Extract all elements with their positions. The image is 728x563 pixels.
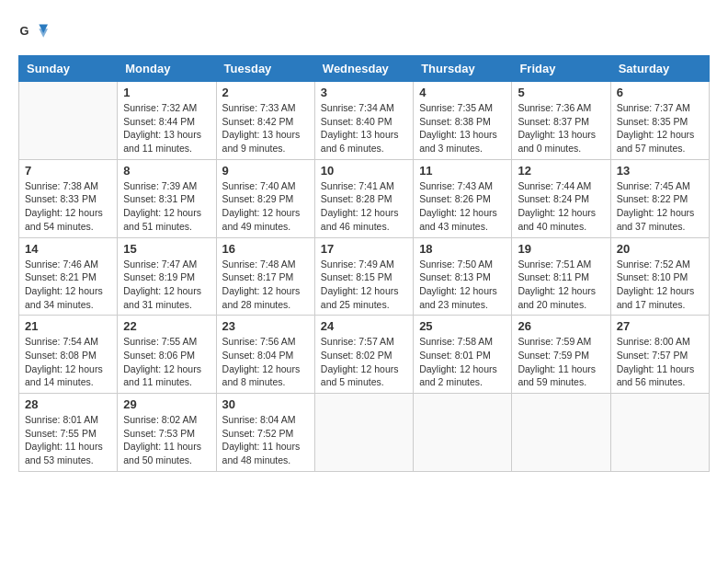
day-info: Sunrise: 7:46 AM Sunset: 8:21 PM Dayligh… xyxy=(25,258,111,312)
calendar-cell: 16Sunrise: 7:48 AM Sunset: 8:17 PM Dayli… xyxy=(216,237,314,316)
calendar-week-row: 14Sunrise: 7:46 AM Sunset: 8:21 PM Dayli… xyxy=(19,237,710,316)
day-number: 16 xyxy=(222,242,309,256)
calendar-cell: 23Sunrise: 7:56 AM Sunset: 8:04 PM Dayli… xyxy=(216,316,314,394)
calendar-week-row: 21Sunrise: 7:54 AM Sunset: 8:08 PM Dayli… xyxy=(19,316,710,394)
weekday-header-wednesday: Wednesday xyxy=(314,56,413,82)
day-info: Sunrise: 7:39 AM Sunset: 8:31 PM Dayligh… xyxy=(123,179,210,234)
day-number: 5 xyxy=(518,86,604,99)
day-number: 17 xyxy=(321,242,407,256)
day-info: Sunrise: 7:32 AM Sunset: 8:44 PM Dayligh… xyxy=(123,101,210,155)
day-info: Sunrise: 7:36 AM Sunset: 8:37 PM Dayligh… xyxy=(518,101,604,155)
day-number: 2 xyxy=(222,86,309,99)
day-info: Sunrise: 7:48 AM Sunset: 8:17 PM Dayligh… xyxy=(222,258,309,312)
calendar-week-row: 1Sunrise: 7:32 AM Sunset: 8:44 PM Daylig… xyxy=(19,82,710,160)
day-info: Sunrise: 7:49 AM Sunset: 8:15 PM Dayligh… xyxy=(321,258,407,312)
day-info: Sunrise: 7:55 AM Sunset: 8:06 PM Dayligh… xyxy=(123,335,210,389)
calendar-cell: 11Sunrise: 7:43 AM Sunset: 8:26 PM Dayli… xyxy=(414,159,512,237)
day-number: 8 xyxy=(123,164,210,178)
calendar-cell xyxy=(414,394,512,472)
calendar-week-row: 7Sunrise: 7:38 AM Sunset: 8:33 PM Daylig… xyxy=(19,159,710,237)
day-number: 26 xyxy=(518,319,604,333)
calendar-cell: 19Sunrise: 7:51 AM Sunset: 8:11 PM Dayli… xyxy=(512,237,610,316)
day-number: 9 xyxy=(222,164,309,178)
day-info: Sunrise: 7:38 AM Sunset: 8:33 PM Dayligh… xyxy=(25,179,111,234)
calendar-cell xyxy=(610,394,709,472)
weekday-header-monday: Monday xyxy=(118,56,216,82)
day-info: Sunrise: 7:41 AM Sunset: 8:28 PM Dayligh… xyxy=(321,179,407,234)
day-info: Sunrise: 8:02 AM Sunset: 7:53 PM Dayligh… xyxy=(123,413,210,467)
svg-text:G: G xyxy=(20,24,29,38)
day-number: 11 xyxy=(419,164,506,178)
day-info: Sunrise: 8:01 AM Sunset: 7:55 PM Dayligh… xyxy=(25,413,111,467)
day-number: 22 xyxy=(123,319,210,333)
day-number: 12 xyxy=(518,164,604,178)
day-number: 14 xyxy=(25,242,111,256)
day-info: Sunrise: 7:40 AM Sunset: 8:29 PM Dayligh… xyxy=(222,179,309,234)
calendar-cell: 3Sunrise: 7:34 AM Sunset: 8:40 PM Daylig… xyxy=(314,82,413,160)
calendar-week-row: 28Sunrise: 8:01 AM Sunset: 7:55 PM Dayli… xyxy=(19,394,710,472)
logo-icon: G xyxy=(18,18,48,48)
weekday-header-saturday: Saturday xyxy=(610,56,709,82)
day-info: Sunrise: 7:54 AM Sunset: 8:08 PM Dayligh… xyxy=(25,335,111,389)
day-number: 28 xyxy=(25,397,111,411)
day-number: 7 xyxy=(25,164,111,178)
calendar-cell xyxy=(19,82,118,160)
day-number: 29 xyxy=(123,397,210,411)
day-info: Sunrise: 8:04 AM Sunset: 7:52 PM Dayligh… xyxy=(222,413,309,467)
calendar-cell: 28Sunrise: 8:01 AM Sunset: 7:55 PM Dayli… xyxy=(19,394,118,472)
day-number: 15 xyxy=(123,242,210,256)
day-info: Sunrise: 7:50 AM Sunset: 8:13 PM Dayligh… xyxy=(419,258,506,312)
weekday-header-row: SundayMondayTuesdayWednesdayThursdayFrid… xyxy=(19,56,710,82)
calendar-cell: 29Sunrise: 8:02 AM Sunset: 7:53 PM Dayli… xyxy=(118,394,216,472)
calendar-cell: 4Sunrise: 7:35 AM Sunset: 8:38 PM Daylig… xyxy=(414,82,512,160)
day-number: 3 xyxy=(321,86,407,99)
calendar-cell xyxy=(314,394,413,472)
day-info: Sunrise: 7:33 AM Sunset: 8:42 PM Dayligh… xyxy=(222,101,309,155)
calendar-cell: 15Sunrise: 7:47 AM Sunset: 8:19 PM Dayli… xyxy=(118,237,216,316)
calendar-cell: 10Sunrise: 7:41 AM Sunset: 8:28 PM Dayli… xyxy=(314,159,413,237)
calendar-cell: 27Sunrise: 8:00 AM Sunset: 7:57 PM Dayli… xyxy=(610,316,709,394)
weekday-header-sunday: Sunday xyxy=(19,56,118,82)
calendar-cell: 12Sunrise: 7:44 AM Sunset: 8:24 PM Dayli… xyxy=(512,159,610,237)
weekday-header-thursday: Thursday xyxy=(414,56,512,82)
calendar-cell: 25Sunrise: 7:58 AM Sunset: 8:01 PM Dayli… xyxy=(414,316,512,394)
day-info: Sunrise: 7:56 AM Sunset: 8:04 PM Dayligh… xyxy=(222,335,309,389)
day-number: 1 xyxy=(123,86,210,99)
calendar-cell: 8Sunrise: 7:39 AM Sunset: 8:31 PM Daylig… xyxy=(118,159,216,237)
day-number: 18 xyxy=(419,242,506,256)
day-info: Sunrise: 7:51 AM Sunset: 8:11 PM Dayligh… xyxy=(518,258,604,312)
calendar-cell: 5Sunrise: 7:36 AM Sunset: 8:37 PM Daylig… xyxy=(512,82,610,160)
calendar-cell: 17Sunrise: 7:49 AM Sunset: 8:15 PM Dayli… xyxy=(314,237,413,316)
day-number: 20 xyxy=(617,242,703,256)
day-info: Sunrise: 7:57 AM Sunset: 8:02 PM Dayligh… xyxy=(321,335,407,389)
calendar-table: SundayMondayTuesdayWednesdayThursdayFrid… xyxy=(18,55,710,472)
weekday-header-friday: Friday xyxy=(512,56,610,82)
weekday-header-tuesday: Tuesday xyxy=(216,56,314,82)
day-info: Sunrise: 7:45 AM Sunset: 8:22 PM Dayligh… xyxy=(617,179,703,234)
calendar-cell: 24Sunrise: 7:57 AM Sunset: 8:02 PM Dayli… xyxy=(314,316,413,394)
day-info: Sunrise: 7:44 AM Sunset: 8:24 PM Dayligh… xyxy=(518,179,604,234)
day-number: 6 xyxy=(617,86,703,99)
calendar-cell: 26Sunrise: 7:59 AM Sunset: 7:59 PM Dayli… xyxy=(512,316,610,394)
calendar-cell xyxy=(512,394,610,472)
day-info: Sunrise: 8:00 AM Sunset: 7:57 PM Dayligh… xyxy=(617,335,703,389)
svg-marker-2 xyxy=(39,29,48,38)
day-info: Sunrise: 7:52 AM Sunset: 8:10 PM Dayligh… xyxy=(617,258,703,312)
day-number: 30 xyxy=(222,397,309,411)
calendar-cell: 13Sunrise: 7:45 AM Sunset: 8:22 PM Dayli… xyxy=(610,159,709,237)
calendar-cell: 22Sunrise: 7:55 AM Sunset: 8:06 PM Dayli… xyxy=(118,316,216,394)
day-info: Sunrise: 7:35 AM Sunset: 8:38 PM Dayligh… xyxy=(419,101,506,155)
calendar-cell: 20Sunrise: 7:52 AM Sunset: 8:10 PM Dayli… xyxy=(610,237,709,316)
calendar-cell: 9Sunrise: 7:40 AM Sunset: 8:29 PM Daylig… xyxy=(216,159,314,237)
calendar-cell: 30Sunrise: 8:04 AM Sunset: 7:52 PM Dayli… xyxy=(216,394,314,472)
day-number: 13 xyxy=(617,164,703,178)
day-info: Sunrise: 7:37 AM Sunset: 8:35 PM Dayligh… xyxy=(617,101,703,155)
calendar-cell: 18Sunrise: 7:50 AM Sunset: 8:13 PM Dayli… xyxy=(414,237,512,316)
calendar-cell: 21Sunrise: 7:54 AM Sunset: 8:08 PM Dayli… xyxy=(19,316,118,394)
day-number: 10 xyxy=(321,164,407,178)
day-info: Sunrise: 7:34 AM Sunset: 8:40 PM Dayligh… xyxy=(321,101,407,155)
calendar-cell: 2Sunrise: 7:33 AM Sunset: 8:42 PM Daylig… xyxy=(216,82,314,160)
day-info: Sunrise: 7:58 AM Sunset: 8:01 PM Dayligh… xyxy=(419,335,506,389)
calendar-cell: 7Sunrise: 7:38 AM Sunset: 8:33 PM Daylig… xyxy=(19,159,118,237)
calendar-cell: 14Sunrise: 7:46 AM Sunset: 8:21 PM Dayli… xyxy=(19,237,118,316)
